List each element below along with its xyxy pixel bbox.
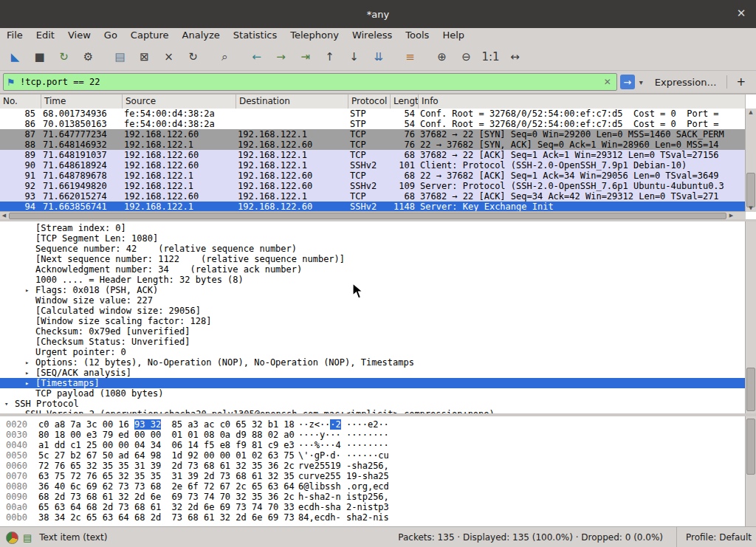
detail-line-12[interactable]: Urgent pointer: 0 — [0, 347, 746, 357]
close-window-icon[interactable]: ✕ — [734, 7, 749, 20]
hex-row-0060[interactable]: 006072 76 65 32 35 35 31 39 2d 73 68 61 … — [6, 461, 746, 471]
detail-line-3[interactable]: [Next sequence number: 1122 (relative se… — [0, 254, 746, 264]
detail-line-7[interactable]: Window size value: 227 — [0, 295, 746, 306]
hex-scroll-thumb[interactable] — [746, 419, 755, 475]
go-back-icon[interactable]: ← — [246, 47, 267, 66]
column-header-source[interactable]: Source — [123, 94, 236, 109]
column-header-protocol[interactable]: Protocol — [348, 94, 391, 109]
hex-row-0090[interactable]: 009068 2d 73 68 61 32 2d 6e 69 73 74 70 … — [6, 492, 746, 502]
capture-options-icon[interactable]: ⚙ — [78, 47, 99, 66]
packet-list-hscroll-thumb[interactable] — [9, 213, 726, 219]
menu-item-go[interactable]: Go — [97, 28, 124, 43]
zoom-reset-icon[interactable]: 1:1 — [480, 47, 501, 66]
packet-list-scroll-thumb[interactable] — [746, 173, 755, 207]
resize-columns-icon[interactable]: ↔ — [504, 47, 526, 66]
filter-apply-button[interactable]: → — [620, 75, 635, 89]
hex-row-00b0[interactable]: 00b038 34 2c 65 63 64 68 2d 73 68 61 32 … — [6, 512, 746, 523]
hex-row-00a0[interactable]: 00a065 63 64 68 2d 73 68 61 32 2d 6e 69 … — [6, 502, 746, 512]
menu-item-tools[interactable]: Tools — [399, 28, 436, 43]
hex-row-0050[interactable]: 00505c 27 b2 67 50 ad 64 98 1d 92 00 00 … — [6, 450, 746, 461]
go-last-icon[interactable]: ↓ — [343, 47, 365, 66]
menu-item-file[interactable]: File — [0, 28, 30, 43]
packet-row-91[interactable]: 9171.648789678192.168.122.1192.168.122.6… — [0, 171, 746, 181]
zoom-in-icon[interactable]: ⊕ — [431, 47, 453, 66]
hex-row-0030[interactable]: 003080 18 00 e3 79 ed 00 00 01 01 08 0a … — [6, 430, 746, 440]
packet-row-88[interactable]: 8871.648146932192.168.122.1192.168.122.6… — [0, 140, 746, 150]
filter-value[interactable]: !tcp.port == 22 — [20, 77, 602, 87]
packet-row-94[interactable]: 9471.663856741192.168.122.1192.168.122.6… — [0, 202, 746, 212]
column-header-destination[interactable]: Destination — [236, 94, 348, 109]
expression-button[interactable]: Expression… — [647, 77, 724, 88]
detail-line-13[interactable]: ▸Options: (12 bytes), No-Operation (NOP)… — [0, 357, 746, 368]
hex-row-0070[interactable]: 007063 75 72 76 65 32 35 35 31 39 2d 73 … — [6, 471, 746, 481]
menu-item-edit[interactable]: Edit — [30, 28, 61, 43]
detail-line-17[interactable]: ▾SSH Protocol — [0, 399, 746, 409]
colorize-icon[interactable]: ≡ — [399, 47, 421, 66]
expander-icon[interactable]: ▸ — [25, 378, 35, 388]
start-capture-icon[interactable]: ◣ — [4, 47, 26, 66]
go-first-icon[interactable]: ↑ — [319, 47, 340, 66]
packet-row-85[interactable]: 8568.001734936fe:54:00:d4:38:2aSTP54Conf… — [0, 109, 746, 119]
go-to-packet-icon[interactable]: ⇥ — [295, 47, 316, 66]
expert-info-icon[interactable] — [6, 531, 18, 544]
filter-dropdown-icon[interactable]: ▾ — [638, 78, 645, 86]
menu-item-capture[interactable]: Capture — [124, 28, 176, 43]
hex-row-0040[interactable]: 0040a1 dd c1 25 00 00 04 34 06 14 f5 e8 … — [6, 440, 746, 450]
hex-row-0020[interactable]: 0020c0 a8 7a 3c 00 16 93 32 85 a3 ac c0 … — [6, 419, 746, 430]
packet-row-90[interactable]: 9071.648618924192.168.122.60192.168.122.… — [0, 160, 746, 171]
detail-line-14[interactable]: ▸[SEQ/ACK analysis] — [0, 368, 746, 378]
column-header-no[interactable]: No. — [0, 94, 41, 109]
stop-capture-icon[interactable]: ■ — [29, 47, 50, 66]
detail-line-11[interactable]: [Checksum Status: Unverified] — [0, 337, 746, 347]
auto-scroll-icon[interactable]: ⇊ — [368, 47, 389, 66]
expander-icon[interactable]: ▾ — [4, 399, 15, 409]
expander-icon[interactable]: ▸ — [25, 285, 35, 295]
detail-line-1[interactable]: [TCP Segment Len: 1080] — [0, 233, 746, 244]
status-profile[interactable]: Profile: Default — [676, 527, 752, 547]
filter-clear-icon[interactable]: ✕ — [602, 77, 614, 87]
scroll-up-icon[interactable]: ▲ — [746, 109, 756, 116]
detail-line-16[interactable]: TCP payload (1080 bytes) — [0, 388, 746, 399]
save-file-icon[interactable]: ⊠ — [134, 47, 155, 66]
filter-add-button[interactable]: + — [730, 75, 753, 89]
expander-icon[interactable]: ▸ — [25, 357, 35, 368]
column-header-length[interactable]: Length — [391, 94, 419, 109]
menu-item-view[interactable]: View — [61, 28, 97, 43]
packet-list-vscrollbar[interactable]: ▲ ▼ — [745, 109, 756, 212]
menu-item-help[interactable]: Help — [436, 28, 471, 43]
restart-capture-icon[interactable]: ↻ — [53, 47, 75, 66]
packet-row-87[interactable]: 8771.647777234192.168.122.60192.168.122.… — [0, 129, 746, 140]
expander-icon[interactable]: ▸ — [25, 368, 35, 378]
display-filter-input[interactable]: ⚑ !tcp.port == 22 ✕ — [3, 73, 617, 91]
packet-row-92[interactable]: 9271.661949820192.168.122.1192.168.122.6… — [0, 181, 746, 191]
hex-vscrollbar[interactable] — [745, 416, 756, 526]
detail-line-6[interactable]: ▸Flags: 0x018 (PSH, ACK) — [0, 285, 746, 295]
packet-row-93[interactable]: 9371.662015274192.168.122.60192.168.122.… — [0, 191, 746, 202]
capture-comment-icon[interactable]: ▤ — [23, 532, 32, 543]
go-forward-icon[interactable]: → — [270, 47, 292, 66]
menu-item-statistics[interactable]: Statistics — [227, 28, 284, 43]
detail-line-9[interactable]: [Window size scaling factor: 128] — [0, 316, 746, 326]
filter-bookmark-icon[interactable]: ⚑ — [7, 77, 20, 88]
find-packet-icon[interactable]: ⌕ — [214, 47, 236, 66]
reload-icon[interactable]: ↻ — [182, 47, 204, 66]
zoom-out-icon[interactable]: ⊖ — [456, 47, 477, 66]
detail-line-15[interactable]: ▸[Timestamps] — [0, 378, 746, 388]
detail-line-2[interactable]: Sequence number: 42 (relative sequence n… — [0, 244, 746, 254]
details-scroll-thumb[interactable] — [746, 368, 755, 411]
close-file-icon[interactable]: × — [158, 47, 179, 66]
detail-line-5[interactable]: 1000 .... = Header Length: 32 bytes (8) — [0, 275, 746, 285]
detail-line-0[interactable]: [Stream index: 0] — [0, 223, 746, 233]
scroll-down-icon[interactable]: ▼ — [746, 204, 756, 212]
packet-row-86[interactable]: 8670.013850163fe:54:00:d4:38:2aSTP54Conf… — [0, 119, 746, 129]
details-vscrollbar[interactable] — [745, 221, 756, 413]
detail-line-4[interactable]: Acknowledgment number: 34 (relative ack … — [0, 264, 746, 275]
menu-item-analyze[interactable]: Analyze — [176, 28, 227, 43]
packet-row-89[interactable]: 8971.648191037192.168.122.60192.168.122.… — [0, 150, 746, 160]
detail-line-8[interactable]: [Calculated window size: 29056] — [0, 306, 746, 316]
menu-item-telephony[interactable]: Telephony — [284, 28, 346, 43]
menu-item-wireless[interactable]: Wireless — [346, 28, 399, 43]
column-header-info[interactable]: Info — [419, 94, 746, 109]
detail-line-10[interactable]: Checksum: 0x79ed [unverified] — [0, 326, 746, 337]
open-file-icon[interactable]: ▤ — [109, 47, 131, 66]
